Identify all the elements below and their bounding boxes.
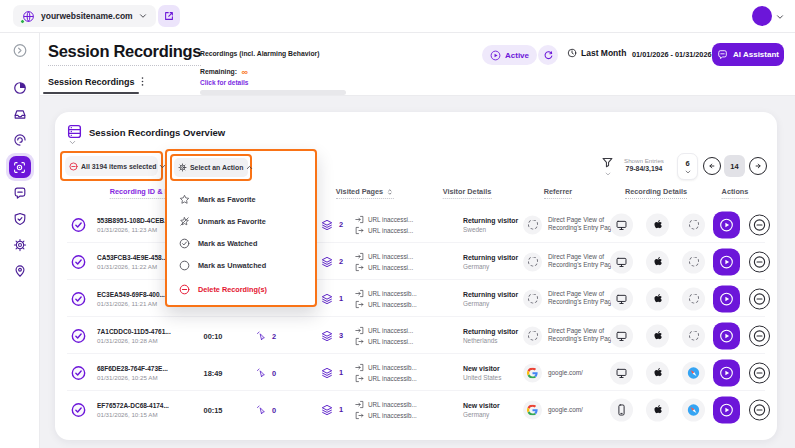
layers-icon xyxy=(321,293,333,305)
referrer-unknown-icon xyxy=(523,326,542,345)
shown-entries-value: 79-84/3,194 xyxy=(615,165,673,172)
google-referrer-icon xyxy=(523,363,542,382)
date-range-value: 01/01/2026 - 01/31/2026 xyxy=(632,50,712,59)
ai-assistant-label: AI Assistant xyxy=(733,50,779,59)
select-action-dropdown[interactable]: Select an Action xyxy=(174,158,248,177)
date-range-picker[interactable]: 01/01/2026 - 01/31/2026 xyxy=(632,50,722,59)
column-header-visitor-details[interactable]: Visitor Details xyxy=(443,187,492,199)
remove-recording-button[interactable] xyxy=(749,214,770,235)
ai-assistant-button[interactable]: AI Assistant xyxy=(712,43,784,66)
circle-icon xyxy=(179,260,190,271)
remove-recording-button[interactable] xyxy=(749,288,770,309)
chevron-down-icon xyxy=(685,169,691,175)
referrer-unknown-icon xyxy=(523,252,542,271)
card-title: Session Recordings Overview xyxy=(89,127,225,138)
row-checkbox[interactable] xyxy=(71,365,86,380)
refresh-button[interactable] xyxy=(538,45,558,65)
layers-icon xyxy=(321,367,333,379)
clicks-count: 0 xyxy=(272,405,276,414)
avatar[interactable] xyxy=(752,6,772,26)
remove-recording-button[interactable] xyxy=(749,362,770,383)
entry-page-icon xyxy=(355,252,364,261)
apple-os-icon xyxy=(646,250,669,273)
sidebar-item-privacy[interactable] xyxy=(13,212,27,226)
play-recording-button[interactable] xyxy=(713,396,740,423)
play-recording-button[interactable] xyxy=(713,285,740,312)
visitor-country: Germany xyxy=(463,300,518,307)
table-row: 7A1CDDC0-11D5-4761...01/31/2026, 10:28 A… xyxy=(55,317,777,354)
chevron-down-icon xyxy=(139,12,147,20)
browser-unknown-icon xyxy=(682,287,705,310)
table-row: EC3EA549-69F8-400...01/31/2026, 11:21 AM… xyxy=(55,280,777,317)
menu-item-mark-favorite[interactable]: Mark as Favorite xyxy=(167,189,315,209)
play-recording-button[interactable] xyxy=(713,211,740,238)
sidebar-item-inbox[interactable] xyxy=(13,107,27,121)
remove-recording-button[interactable] xyxy=(749,399,770,420)
sort-icon xyxy=(386,188,394,196)
row-checkbox[interactable] xyxy=(71,402,86,417)
open-website-button[interactable] xyxy=(158,5,180,27)
recording-id[interactable]: CA53FCB3-4E9E-458... xyxy=(97,254,167,261)
current-page[interactable]: 14 xyxy=(724,155,745,177)
remaining-value: ∞ xyxy=(241,67,247,77)
chevron-down-icon xyxy=(69,139,76,146)
previous-page-button[interactable] xyxy=(703,157,721,175)
pages-count: 2 xyxy=(339,220,343,229)
menu-item-unmark-favorite[interactable]: Unmark as Favorite xyxy=(167,211,315,231)
deselect-minus-circle-icon xyxy=(69,162,78,171)
row-checkbox[interactable] xyxy=(71,254,86,269)
sidebar-item-session-recordings[interactable] xyxy=(6,153,34,181)
user-menu-chevron-icon[interactable] xyxy=(776,13,784,21)
play-recording-button[interactable] xyxy=(713,322,740,349)
row-checkbox[interactable] xyxy=(71,328,86,343)
remove-recording-button[interactable] xyxy=(749,251,770,272)
remove-recording-button[interactable] xyxy=(749,325,770,346)
shown-entries: Shown Entries 79-84/3,194 xyxy=(615,157,673,172)
collapse-sidebar-icon[interactable] xyxy=(12,43,27,58)
safari-browser-icon xyxy=(682,361,705,384)
exit-page-icon xyxy=(355,263,364,272)
tab-session-recordings[interactable]: Session Recordings xyxy=(48,77,135,87)
next-page-button[interactable] xyxy=(749,157,767,175)
active-tab-indicator xyxy=(43,92,139,95)
menu-item-mark-watched[interactable]: Mark as Watched xyxy=(167,233,315,253)
menu-item-mark-unwatched[interactable]: Mark as Unwatched xyxy=(167,255,315,275)
website-name: yourwebsitename.com xyxy=(41,11,133,21)
chevron-up-icon xyxy=(246,164,253,171)
sidebar-item-journeys[interactable] xyxy=(13,133,27,147)
sidebar-item-analytics[interactable] xyxy=(13,81,27,95)
row-checkbox[interactable] xyxy=(71,217,86,232)
play-recording-button[interactable] xyxy=(713,248,740,275)
tab-options-kebab-icon[interactable] xyxy=(137,76,148,87)
column-header-referrer[interactable]: Referrer xyxy=(544,187,572,199)
overview-icon xyxy=(66,123,83,140)
sidebar-item-settings[interactable] xyxy=(13,238,27,252)
browser-unknown-icon xyxy=(682,213,705,236)
selection-dropdown[interactable]: All 3194 items selected xyxy=(65,156,158,176)
active-status-button[interactable]: Active xyxy=(482,45,537,65)
menu-item-delete-recordings[interactable]: Delete Recording(s) xyxy=(167,279,315,299)
play-recording-button[interactable] xyxy=(713,359,740,386)
safari-browser-icon xyxy=(682,398,705,421)
filter-icon[interactable] xyxy=(601,156,614,169)
entry-url: URL inaccessib... xyxy=(368,290,417,297)
recording-id[interactable]: 553B8951-108D-4CEB... xyxy=(97,217,170,224)
recording-id[interactable]: EC3EA549-69F8-400... xyxy=(97,291,165,298)
click-for-details-link[interactable]: Click for details xyxy=(200,79,350,86)
page-size-selector[interactable]: 6 xyxy=(677,153,698,180)
recording-date: 01/31/2026, 10:25 AM xyxy=(97,374,168,381)
column-header-recording-details[interactable]: Recording Details xyxy=(625,187,687,199)
recording-id[interactable]: 68F6DE28-764F-473E... xyxy=(97,365,168,372)
row-checkbox[interactable] xyxy=(71,291,86,306)
sidebar-item-feedback[interactable] xyxy=(13,186,27,200)
layers-icon xyxy=(321,330,333,342)
sidebar-item-visitors[interactable] xyxy=(13,264,27,278)
recording-id[interactable]: EF76572A-DC68-4174... xyxy=(97,402,169,409)
recording-id[interactable]: 7A1CDDC0-11D5-4761... xyxy=(97,328,171,335)
column-header-visited-pages[interactable]: Visited Pages xyxy=(336,187,394,199)
period-selector[interactable]: Last Month xyxy=(567,48,626,58)
chevron-down-icon[interactable] xyxy=(605,171,611,177)
desktop-device-icon xyxy=(610,213,633,236)
website-selector[interactable]: yourwebsitename.com xyxy=(13,5,156,27)
exit-page-icon xyxy=(355,411,364,420)
